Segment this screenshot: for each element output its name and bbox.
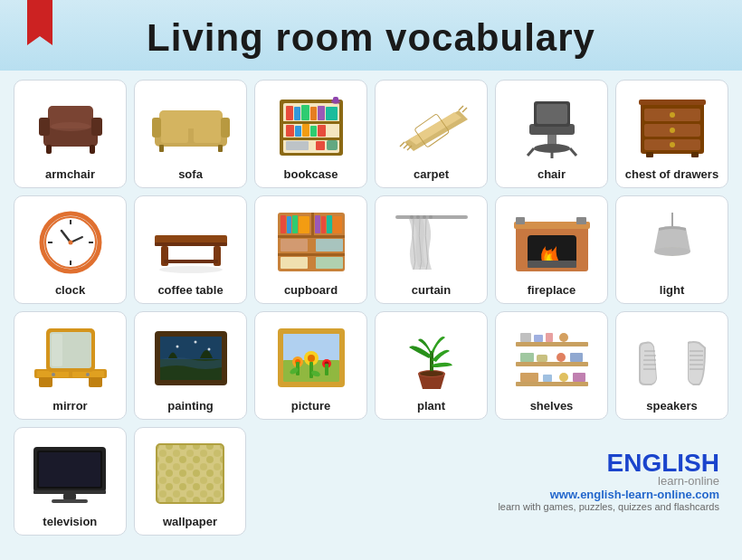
svg-point-154 — [559, 373, 568, 382]
svg-rect-18 — [283, 138, 339, 140]
svg-rect-26 — [295, 126, 301, 137]
painting-image — [150, 319, 232, 395]
svg-point-131 — [308, 355, 315, 362]
television-label: television — [43, 515, 97, 529]
mirror-image — [30, 319, 111, 395]
svg-line-49 — [570, 148, 576, 156]
plant-label: plant — [417, 399, 445, 413]
svg-line-40 — [459, 106, 463, 110]
chest-of-drawers-image — [632, 88, 713, 164]
television-image — [29, 435, 110, 511]
chair-label: chair — [537, 167, 566, 182]
speakers-image — [632, 319, 713, 395]
page-title: Living room vocabulary — [9, 16, 733, 60]
svg-rect-89 — [316, 239, 343, 252]
sofa-image — [150, 88, 232, 164]
bottom-items: television — [14, 427, 246, 536]
item-coffee-table: coffee table — [134, 195, 247, 304]
svg-rect-25 — [286, 125, 294, 137]
svg-rect-152 — [520, 373, 538, 382]
svg-point-93 — [410, 215, 414, 219]
svg-rect-22 — [310, 107, 317, 120]
light-label: light — [660, 283, 684, 298]
svg-rect-118 — [160, 337, 222, 359]
svg-rect-107 — [39, 376, 52, 387]
plant-image — [391, 319, 472, 395]
svg-rect-135 — [325, 364, 328, 375]
branding-section: ENGLISH learn-online www.english-learn-o… — [253, 427, 728, 536]
item-sofa: sofa — [134, 80, 247, 188]
svg-rect-169 — [63, 494, 76, 499]
svg-rect-145 — [534, 335, 543, 342]
svg-rect-60 — [691, 152, 699, 157]
svg-rect-101 — [576, 217, 586, 224]
svg-rect-9 — [152, 118, 161, 138]
svg-line-48 — [528, 148, 534, 156]
svg-rect-31 — [316, 141, 325, 150]
svg-rect-28 — [310, 126, 317, 137]
item-shelves: shelves — [495, 311, 608, 420]
svg-point-94 — [416, 215, 420, 219]
item-armchair: armchair — [14, 80, 127, 188]
item-television: television — [14, 427, 127, 536]
svg-point-121 — [194, 340, 196, 343]
svg-rect-10 — [221, 118, 230, 138]
item-chest-of-drawers: chest of drawers — [615, 80, 728, 188]
svg-rect-20 — [294, 107, 300, 120]
svg-rect-171 — [39, 452, 100, 487]
bookcase-label: bookcase — [284, 167, 338, 182]
brand-website[interactable]: www.english-learn-online.com — [498, 488, 719, 501]
svg-rect-30 — [286, 141, 309, 150]
item-plant: plant — [375, 311, 488, 420]
speakers-label: speakers — [646, 399, 697, 413]
svg-rect-19 — [286, 106, 293, 120]
svg-rect-87 — [333, 216, 342, 233]
clock-image — [30, 204, 111, 280]
item-chair: chair — [495, 80, 608, 188]
svg-rect-143 — [516, 382, 588, 386]
cupboard-label: cupboard — [284, 283, 338, 298]
carpet-label: carpet — [414, 167, 449, 182]
svg-rect-84 — [315, 215, 320, 233]
mirror-label: mirror — [52, 399, 87, 413]
svg-rect-34 — [333, 97, 338, 102]
armchair-label: armchair — [45, 167, 95, 182]
svg-rect-5 — [90, 145, 95, 154]
svg-rect-173 — [157, 444, 224, 503]
svg-rect-27 — [302, 124, 309, 137]
svg-point-150 — [556, 353, 566, 362]
svg-rect-74 — [164, 260, 218, 263]
item-cupboard: cupboard — [254, 195, 367, 304]
fireplace-label: fireplace — [528, 283, 576, 298]
svg-rect-81 — [287, 216, 291, 233]
svg-rect-71 — [155, 242, 227, 246]
svg-rect-4 — [46, 145, 52, 154]
svg-rect-45 — [537, 104, 567, 124]
svg-point-111 — [52, 373, 55, 376]
curtain-label: curtain — [412, 283, 451, 298]
svg-rect-141 — [516, 342, 588, 346]
svg-rect-82 — [292, 215, 298, 233]
item-speakers: speakers — [615, 311, 728, 420]
chair-image — [511, 88, 593, 164]
svg-point-95 — [423, 215, 426, 219]
item-bookcase: bookcase — [254, 80, 367, 188]
svg-line-37 — [400, 142, 404, 147]
svg-point-112 — [86, 373, 90, 376]
item-mirror: mirror — [14, 311, 127, 420]
carpet-image — [391, 88, 472, 164]
item-clock: clock — [14, 195, 127, 304]
svg-point-54 — [670, 112, 675, 118]
item-light: light — [615, 195, 728, 304]
main-content: armchair — [0, 71, 742, 549]
bottom-row: television — [14, 427, 728, 536]
svg-rect-83 — [299, 216, 309, 233]
svg-rect-144 — [520, 333, 531, 342]
svg-rect-79 — [311, 213, 314, 235]
coffee-table-image — [150, 204, 232, 280]
svg-rect-59 — [646, 152, 653, 157]
page-header: Living room vocabulary — [0, 0, 742, 71]
armchair-image — [30, 88, 111, 164]
svg-rect-80 — [281, 215, 286, 233]
svg-line-38 — [404, 144, 408, 148]
